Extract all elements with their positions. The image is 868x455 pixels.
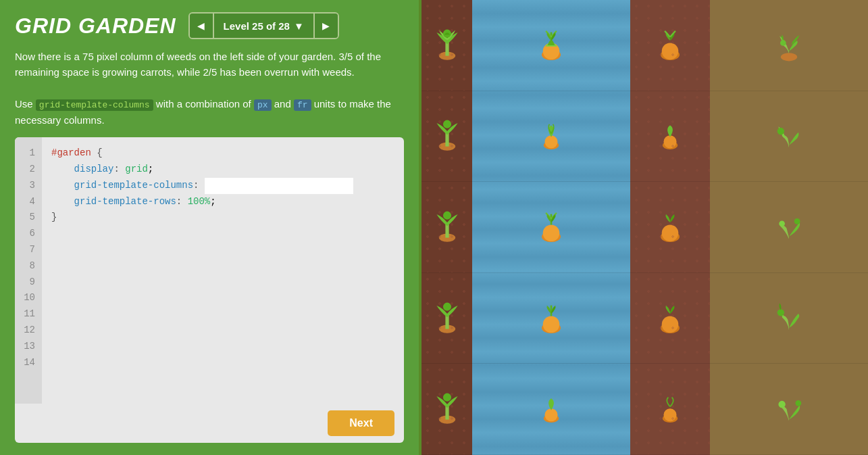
next-level-button[interactable]: ▶ bbox=[315, 14, 338, 38]
svg-point-35 bbox=[781, 53, 797, 61]
weed-plant bbox=[771, 301, 807, 336]
code-line-6 bbox=[51, 226, 394, 242]
code-line-14 bbox=[51, 355, 394, 371]
svg-point-14 bbox=[442, 393, 451, 402]
gtc-input[interactable] bbox=[205, 178, 353, 194]
weed-plant bbox=[771, 210, 807, 245]
code-line-10 bbox=[51, 290, 394, 306]
garden-cell bbox=[630, 273, 709, 364]
svg-point-9 bbox=[438, 325, 455, 333]
highlight-fr: fr bbox=[294, 99, 311, 111]
code-content: #garden { display: grid; grid-template-c… bbox=[42, 137, 404, 404]
svg-rect-1 bbox=[445, 41, 449, 56]
svg-point-36 bbox=[780, 40, 786, 46]
highlight-gtc: grid-template-columns bbox=[36, 99, 153, 111]
svg-point-20 bbox=[543, 224, 560, 241]
code-line-8 bbox=[51, 258, 394, 274]
garden-cell bbox=[710, 0, 868, 91]
svg-point-11 bbox=[442, 302, 451, 310]
carrot-plant bbox=[655, 210, 685, 244]
level-indicator[interactable]: Level 25 of 28 ▼ bbox=[213, 14, 315, 38]
svg-point-42 bbox=[795, 400, 801, 406]
svg-point-3 bbox=[438, 143, 455, 151]
svg-point-26 bbox=[662, 43, 679, 59]
code-selector: #garden bbox=[51, 145, 91, 162]
garden-cell bbox=[630, 364, 709, 455]
svg-point-33 bbox=[663, 414, 678, 423]
level-text: Level 25 of 28 bbox=[224, 20, 290, 32]
garden-cell bbox=[422, 364, 472, 455]
svg-point-25 bbox=[661, 49, 680, 60]
code-prop-gtr: grid-template-rows bbox=[74, 194, 176, 210]
garden-cell bbox=[630, 91, 709, 183]
svg-point-32 bbox=[662, 316, 679, 333]
next-button[interactable]: Next bbox=[328, 410, 394, 436]
weed-plant bbox=[430, 391, 465, 427]
svg-point-8 bbox=[442, 212, 451, 220]
dropdown-icon: ▼ bbox=[294, 20, 304, 32]
garden-cell bbox=[472, 182, 630, 273]
svg-point-5 bbox=[442, 120, 451, 128]
desc-paragraph1: Now there is a 75 pixel column of weeds … bbox=[15, 49, 404, 80]
garden-cell bbox=[710, 273, 868, 364]
line-numbers: 12345 678910 11121314 bbox=[15, 137, 42, 404]
garden-cell bbox=[422, 91, 472, 183]
code-line-5: } bbox=[51, 210, 394, 226]
svg-point-2 bbox=[442, 29, 451, 37]
desc-p2-mid: with a combination of bbox=[153, 98, 254, 110]
highlight-px: px bbox=[254, 99, 272, 111]
weed-plant bbox=[430, 118, 465, 153]
weed-plant bbox=[771, 391, 807, 427]
prev-level-button[interactable]: ◀ bbox=[190, 14, 213, 38]
svg-point-37 bbox=[777, 128, 784, 135]
weed-plant bbox=[430, 210, 465, 245]
svg-point-27 bbox=[663, 141, 678, 149]
garden-col-weed-left bbox=[422, 0, 472, 455]
svg-point-29 bbox=[661, 231, 680, 242]
garden-cell bbox=[710, 182, 868, 273]
garden-cell bbox=[472, 273, 630, 364]
garden-cell bbox=[472, 91, 630, 183]
garden-col-water bbox=[472, 0, 630, 455]
svg-point-22 bbox=[543, 316, 560, 333]
carrot-plant bbox=[536, 28, 566, 62]
svg-point-0 bbox=[438, 51, 455, 59]
code-line-2: display: grid; bbox=[51, 162, 394, 178]
code-line-3: grid-template-columns: bbox=[51, 178, 394, 194]
code-editor: 12345 678910 11121314 #garden { display:… bbox=[15, 137, 404, 443]
level-nav: ◀ Level 25 of 28 ▼ ▶ bbox=[188, 12, 339, 39]
svg-point-12 bbox=[438, 416, 455, 424]
svg-point-31 bbox=[661, 322, 680, 333]
svg-point-28 bbox=[663, 136, 676, 149]
desc-p2-before: Use bbox=[15, 98, 36, 110]
sprout-plant bbox=[538, 120, 565, 151]
carrot-plant bbox=[536, 302, 566, 335]
garden-cell bbox=[422, 182, 472, 273]
svg-point-18 bbox=[545, 136, 558, 149]
app-title: Grid Garden bbox=[15, 14, 176, 39]
desc-paragraph2: Use grid-template-columns with a combina… bbox=[15, 96, 404, 128]
code-area: 12345 678910 11121314 #garden { display:… bbox=[15, 137, 404, 404]
code-val-100: 100% bbox=[188, 194, 211, 210]
carrot-plant bbox=[655, 28, 685, 62]
code-line-1: #garden { bbox=[51, 145, 394, 162]
svg-point-24 bbox=[545, 408, 558, 421]
svg-point-34 bbox=[663, 408, 676, 421]
svg-rect-7 bbox=[445, 222, 449, 238]
garden-col-weed-right bbox=[710, 0, 868, 455]
svg-point-41 bbox=[778, 401, 785, 408]
garden-cell bbox=[710, 364, 868, 455]
code-line-12 bbox=[51, 322, 394, 339]
code-line-13 bbox=[51, 339, 394, 355]
svg-point-39 bbox=[794, 218, 800, 224]
description-block: Now there is a 75 pixel column of weeds … bbox=[15, 49, 404, 128]
garden-cell bbox=[630, 0, 709, 91]
garden-cell bbox=[472, 364, 630, 455]
code-line-7 bbox=[51, 242, 394, 258]
svg-rect-13 bbox=[445, 404, 449, 420]
garden-cell bbox=[630, 182, 709, 273]
next-btn-row: Next bbox=[15, 404, 404, 443]
svg-point-6 bbox=[438, 234, 455, 242]
svg-point-30 bbox=[662, 224, 679, 241]
weed-plant bbox=[771, 118, 807, 153]
